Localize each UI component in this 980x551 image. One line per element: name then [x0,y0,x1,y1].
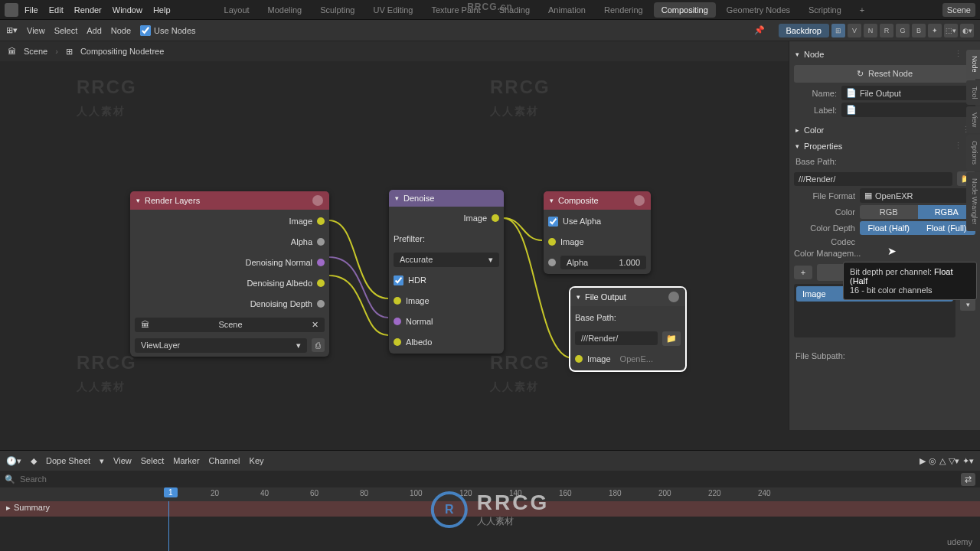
tab-node-wrangler[interactable]: Node Wrangler [966,172,980,230]
chevron-down-icon[interactable]: ▾ [795,51,799,58]
chevron-down-icon[interactable]: ▾ [795,142,799,150]
menu-help[interactable]: Help [153,5,171,15]
backdrop-toggle[interactable]: Backdrop [779,24,829,37]
tooltip-color-depth: Bit depth per channel: Float (Half 16 - … [843,262,977,300]
select-icon[interactable]: ▶ [920,456,926,466]
snap-icon[interactable]: △ [939,456,946,466]
render-single-icon[interactable]: ⎙ [312,338,325,352]
node-file-output[interactable]: ▾File Output Base Path: ///Render/📁 Imag… [570,288,685,370]
tab-view[interactable]: View [966,106,980,133]
node-render-layers[interactable]: ▾Render Layers Image Alpha Denoising Nor… [130,191,329,357]
tab-rendering[interactable]: Rendering [596,2,651,18]
channel-combined-icon[interactable]: ⊞ [831,24,845,37]
channel-g[interactable]: G [896,24,910,37]
chevron-down-icon[interactable]: ▾ [136,197,140,204]
submenu-view[interactable]: View [27,26,45,35]
preview-icon[interactable] [634,195,645,206]
dope-select[interactable]: Select [141,456,165,465]
search-input[interactable] [20,474,956,484]
tab-layout[interactable]: Layout [217,2,257,18]
chevron-down-icon[interactable]: ▾ [100,456,104,466]
chevron-down-icon[interactable]: ▾ [296,341,301,350]
tab-node[interactable]: Node [966,50,980,79]
depth-half[interactable]: Float (Half) [860,221,918,235]
label-field[interactable]: 📄 [841,103,975,117]
color-section[interactable]: Color [804,126,824,135]
dope-mode[interactable]: Dope Sheet [46,456,90,465]
menu-edit[interactable]: Edit [49,5,64,15]
close-icon[interactable]: ✕ [312,320,318,330]
color-rgb[interactable]: RGB [860,205,918,219]
mode-icon[interactable]: ◆ [31,456,37,466]
pin-icon[interactable]: 📌 [754,25,765,35]
tab-scripting[interactable]: Scripting [801,2,849,18]
file-format-select[interactable]: ▦OpenEXR▾ [860,188,975,203]
hdr-checkbox[interactable] [394,276,403,285]
tab-sculpting[interactable]: Sculpting [312,2,362,18]
base-path-field[interactable]: ///Render/ [575,331,658,345]
submenu-node[interactable]: Node [111,26,131,35]
chevron-right-icon[interactable]: ▸ [795,126,799,134]
swap-icon[interactable]: ⇄ [961,473,975,486]
channel-b[interactable]: B [912,24,926,37]
tab-compositing[interactable]: Compositing [654,2,716,18]
menu-render[interactable]: Render [74,5,102,15]
name-field[interactable]: 📄File Output [841,86,975,100]
submenu-select[interactable]: Select [54,26,78,35]
editor-type-icon[interactable]: ⊞▾ [6,25,18,35]
editor-type-icon[interactable]: 🕐▾ [6,456,21,466]
chevron-down-icon[interactable]: ▾ [577,293,580,301]
node-composite[interactable]: ▾Composite Use Alpha Image Alpha1.000 [544,191,651,274]
playhead[interactable] [168,501,169,551]
add-input-plus-icon[interactable]: + [794,266,812,279]
dope-key[interactable]: Key [250,456,264,465]
tab-geometry[interactable]: Geometry Nodes [719,2,798,18]
preview-icon[interactable] [668,292,679,302]
alpha-value[interactable]: Alpha1.000 [560,256,646,269]
tab-tool[interactable]: Tool [966,80,980,106]
use-nodes-checkbox[interactable] [140,25,151,36]
file-icon: 📄 [846,88,857,98]
prefilter-select[interactable]: Accurate▾ [394,253,499,267]
current-frame[interactable]: 1 [164,487,178,497]
channel-n[interactable]: N [864,24,877,37]
dope-channel[interactable]: Channel [209,456,240,465]
preview-icon[interactable] [312,195,323,206]
scene-select[interactable]: 🏛Scene✕ [135,318,325,332]
chevron-down-icon[interactable]: ▾ [395,194,399,202]
gizmo-icon[interactable]: ✦ [928,24,942,37]
tab-uvediting[interactable]: UV Editing [365,2,420,18]
chevron-right-icon[interactable]: ▸ [6,503,11,512]
menu-window[interactable]: Window [113,5,142,15]
scene-name[interactable]: Scene [24,47,47,56]
hdr-label: HDR [408,276,426,285]
channel-v[interactable]: V [848,24,861,37]
filter-icon[interactable]: ▽▾ [949,456,959,466]
folder-icon[interactable]: 📁 [662,331,681,346]
scene-selector[interactable]: Scene [942,3,975,17]
tab-modeling[interactable]: Modeling [260,2,310,18]
color-mgmt-label: Color Managem... [794,249,861,258]
use-alpha-checkbox[interactable] [548,217,558,227]
reset-node-button[interactable]: ↻Reset Node [794,65,975,83]
tab-options[interactable]: Options [966,135,980,171]
input-image: Image [560,237,584,246]
chevron-down-icon[interactable]: ▾ [550,197,554,204]
base-path-field[interactable]: ///Render/ [794,172,952,186]
node-denoise[interactable]: ▾Denoise Image Prefilter: Accurate▾ HDR … [389,190,504,354]
node-title: Denoise [403,194,434,203]
viewlayer-select[interactable]: ViewLayer▾ [135,338,307,353]
settings-icon[interactable]: ✦▾ [962,456,974,466]
snap-icon[interactable]: ⬚▾ [944,24,958,37]
submenu-add[interactable]: Add [87,26,102,35]
add-workspace-icon[interactable]: + [852,2,872,18]
dope-view[interactable]: View [113,456,132,465]
dope-marker[interactable]: Marker [173,456,199,465]
tab-animation[interactable]: Animation [541,2,593,18]
menu-file[interactable]: File [24,5,38,15]
channel-r[interactable]: R [880,24,893,37]
overlay-icon[interactable]: ◐▾ [960,24,974,37]
move-down-icon[interactable]: ▾ [960,298,975,311]
proportional-icon[interactable]: ◎ [929,456,936,466]
nodetree-name[interactable]: Compositing Nodetree [80,47,164,56]
